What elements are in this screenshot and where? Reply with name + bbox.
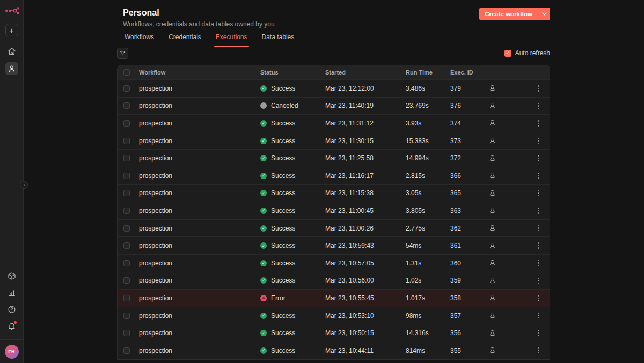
debug-in-editor-button[interactable] — [487, 136, 497, 146]
started-time: Mar 23, 10:59:43 — [325, 242, 406, 249]
sidebar-item-home[interactable] — [5, 45, 18, 58]
debug-in-editor-button[interactable] — [487, 171, 497, 181]
row-menu-button[interactable] — [536, 241, 541, 250]
row-menu-button[interactable] — [536, 136, 541, 146]
execution-row[interactable]: prospection ✓ Success Mar 23, 11:31:12 3… — [118, 114, 550, 132]
execution-row[interactable]: prospection − Canceled Mar 23, 11:40:19 … — [118, 97, 550, 115]
execution-row[interactable]: prospection ✓ Success Mar 23, 10:56:00 1… — [118, 272, 550, 290]
debug-in-editor-button[interactable] — [487, 223, 497, 234]
tab-workflows[interactable]: Workflows — [123, 32, 156, 47]
debug-in-editor-button[interactable] — [487, 118, 497, 129]
debug-in-editor-button[interactable] — [487, 153, 497, 164]
row-checkbox[interactable] — [123, 330, 130, 336]
row-menu-button[interactable] — [536, 171, 541, 181]
execution-row[interactable]: prospection ✓ Success Mar 23, 12:12:00 3… — [118, 79, 550, 97]
debug-in-editor-button[interactable] — [487, 83, 497, 94]
execution-row[interactable]: prospection ✓ Success Mar 23, 10:59:43 5… — [118, 236, 550, 254]
execution-row[interactable]: prospection ✓ Success Mar 23, 11:15:38 3… — [118, 184, 550, 202]
row-checkbox[interactable] — [123, 225, 130, 232]
execution-row[interactable]: prospection ✓ Success Mar 23, 10:44:11 8… — [118, 342, 550, 359]
workflow-name: prospection — [139, 102, 260, 109]
row-checkbox[interactable] — [123, 120, 130, 127]
workflow-name: prospection — [139, 329, 260, 337]
row-menu-button[interactable] — [536, 346, 541, 355]
tabs: WorkflowsCredentialsExecutionsData table… — [123, 32, 296, 47]
ellipsis-icon — [538, 155, 539, 157]
execution-row[interactable]: prospection ✓ Success Mar 23, 11:25:58 1… — [118, 149, 550, 167]
debug-in-editor-button[interactable] — [487, 240, 497, 251]
row-checkbox[interactable] — [123, 85, 130, 92]
select-all-checkbox[interactable] — [123, 69, 130, 76]
debug-in-editor-button[interactable] — [487, 100, 497, 111]
create-workflow-button[interactable]: Create workflow — [479, 8, 538, 20]
ellipsis-icon — [538, 225, 539, 227]
execution-row[interactable]: prospection ✓ Success Mar 23, 11:00:26 2… — [118, 219, 550, 237]
row-menu-button[interactable] — [536, 276, 541, 286]
row-menu-button[interactable] — [536, 118, 541, 128]
row-checkbox[interactable] — [123, 102, 130, 109]
debug-in-editor-button[interactable] — [487, 188, 497, 198]
row-menu-button[interactable] — [536, 293, 541, 303]
row-menu-button[interactable] — [536, 311, 541, 321]
sidebar-item-personal[interactable] — [5, 62, 18, 75]
execution-row[interactable]: prospection ✓ Success Mar 23, 11:16:17 2… — [118, 167, 550, 184]
row-checkbox[interactable] — [123, 208, 130, 214]
row-menu-button[interactable] — [536, 153, 541, 163]
row-checkbox[interactable] — [123, 138, 130, 144]
tab-credentials[interactable]: Credentials — [167, 32, 203, 47]
user-avatar[interactable]: FH — [5, 345, 19, 359]
debug-in-editor-button[interactable] — [487, 310, 497, 321]
debug-in-editor-button[interactable] — [487, 345, 497, 356]
debug-in-editor-button[interactable] — [487, 275, 497, 286]
row-checkbox[interactable] — [123, 347, 130, 354]
execution-row[interactable]: prospection ✓ Success Mar 23, 11:30:15 1… — [118, 132, 550, 150]
row-checkbox[interactable] — [123, 155, 130, 161]
create-workflow-dropdown-button[interactable] — [538, 8, 550, 20]
filter-button[interactable] — [117, 48, 128, 59]
tab-executions[interactable]: Executions — [214, 32, 249, 47]
workflow-name: prospection — [139, 85, 260, 92]
row-checkbox[interactable] — [123, 173, 130, 179]
exec-id: 365 — [450, 189, 482, 197]
home-icon — [8, 47, 16, 56]
execution-row[interactable]: prospection ✓ Success Mar 23, 10:50:15 1… — [118, 324, 550, 342]
sidebar-item-templates[interactable] — [5, 270, 18, 283]
sidebar-item-whats-new[interactable] — [5, 320, 18, 332]
tab-data-tables[interactable]: Data tables — [260, 32, 296, 47]
row-checkbox[interactable] — [123, 190, 130, 196]
status-icon: ✓ — [260, 347, 267, 354]
row-checkbox[interactable] — [123, 277, 130, 284]
row-menu-button[interactable] — [536, 84, 541, 93]
sidebar-item-help[interactable] — [5, 303, 18, 316]
status-label: Success — [271, 347, 295, 354]
new-workflow-button[interactable]: + — [5, 24, 18, 36]
row-menu-button[interactable] — [536, 258, 541, 268]
execution-row[interactable]: prospection ✕ Error Mar 23, 10:55:45 1.0… — [118, 289, 550, 307]
sidebar-item-insights[interactable] — [5, 286, 18, 299]
sidebar-expand-button[interactable]: › — [20, 181, 28, 189]
debug-in-editor-button[interactable] — [487, 328, 497, 338]
debug-in-editor-button[interactable] — [487, 293, 497, 303]
execution-row[interactable]: prospection ✓ Success Mar 23, 10:57:05 1… — [118, 254, 550, 272]
row-checkbox[interactable] — [123, 260, 130, 266]
row-menu-button[interactable] — [536, 224, 541, 233]
row-menu-button[interactable] — [536, 206, 541, 216]
row-menu-button[interactable] — [536, 328, 541, 338]
debug-in-editor-button[interactable] — [487, 205, 497, 216]
run-time: 1.02s — [406, 277, 450, 284]
started-time: Mar 23, 10:56:00 — [325, 277, 406, 284]
debug-in-editor-button[interactable] — [487, 258, 497, 269]
row-checkbox[interactable] — [123, 242, 130, 249]
execution-row[interactable]: prospection ✓ Success Mar 23, 11:00:45 3… — [118, 202, 550, 219]
row-menu-button[interactable] — [536, 189, 541, 198]
execution-row[interactable]: prospection ✓ Success Mar 23, 10:53:10 9… — [118, 307, 550, 324]
status-icon: ✕ — [260, 295, 267, 301]
row-checkbox[interactable] — [123, 295, 130, 301]
row-menu-button[interactable] — [536, 101, 541, 111]
auto-refresh-checkbox[interactable]: ✓ — [504, 50, 511, 57]
row-checkbox[interactable] — [123, 313, 130, 319]
status-icon: ✓ — [260, 225, 267, 232]
auto-refresh-toggle[interactable]: ✓ Auto refresh — [504, 49, 550, 57]
status-label: Success — [271, 260, 295, 267]
workflow-name: prospection — [139, 154, 260, 162]
